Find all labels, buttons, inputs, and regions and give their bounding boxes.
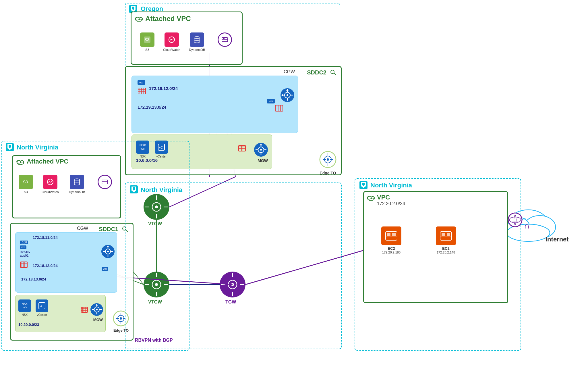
vcenter-icon-sddc1: vC vCenter: [36, 299, 48, 316]
svg-rect-175: [442, 233, 445, 236]
svg-point-136: [107, 251, 109, 252]
svg-rect-63: [138, 88, 146, 94]
sddc1-blue-segment: 172.18.11.0/24 .100 vm Deb10-app01 172.1…: [15, 232, 117, 293]
oregon-vpc-title: Attached VPC: [145, 15, 191, 23]
svg-point-178: [508, 213, 522, 227]
mgw-label-sddc2: MGW: [258, 158, 268, 163]
svg-text:vC: vC: [40, 304, 44, 308]
svg-rect-120: [102, 180, 108, 184]
ec2-icon-1: EC2 172.20.2.185: [381, 226, 401, 254]
rbvpn-label: RBVPN with BGP: [135, 338, 173, 343]
svg-point-60: [331, 70, 334, 74]
nv1-vpc-title: Attached VPC: [27, 158, 68, 165]
nv1-vpc: Attached VPC S3 S3 CloudWatch DynamoDB: [12, 155, 121, 218]
vm-badge-sddc2-2: vm: [267, 99, 275, 103]
nv1-cloud-icon: [16, 158, 24, 166]
firewall-icon-sddc2-1: [138, 87, 146, 96]
deb-label: Deb10-app01: [20, 250, 30, 257]
cloudwatch-icon-nv1: CloudWatch: [42, 175, 59, 194]
nv3-flag-icon: [359, 180, 368, 191]
svg-point-81: [287, 94, 288, 96]
vm-badge-sddc1-2: vm: [102, 267, 108, 271]
subnet-sddc1-green: 10.20.0.0/23: [18, 322, 39, 327]
vpc-right-cloud-icon: [367, 194, 375, 202]
edge-to-sddc2: Edge TO: [318, 150, 338, 175]
cgw-router-sddc1: [100, 244, 115, 260]
subnet-sddc2-2: 172.19.13.0/24: [138, 105, 166, 110]
cgw-router-sddc2: [280, 87, 295, 104]
mgw-router-sddc1: [90, 302, 104, 318]
firewall-mgw-sddc2: [238, 145, 246, 153]
firewall-sddc1-1: [20, 261, 28, 269]
cgw-label-sddc2: CGW: [284, 69, 295, 74]
svg-point-30: [524, 216, 556, 239]
nsx-icon-sddc1: NSX</> NSX: [18, 299, 31, 316]
compute-icon-oregon: [218, 32, 232, 48]
cloudwatch-icon-oregon: CloudWatch: [163, 32, 180, 51]
nv2-region-label: North Virginia: [141, 186, 182, 194]
ec2-icon-2: EC2 172.20.2.148: [436, 226, 456, 254]
vpc-right: VPC 172.20.2.0/24 EC2 172.20.2.185: [363, 191, 508, 303]
internet-connector: [507, 212, 523, 229]
internet-label: Internet: [546, 236, 569, 243]
sddc1-box: SDDC1 CGW 172.18.11.0/24 .100 vm Deb10-a…: [10, 223, 134, 341]
svg-rect-69: [275, 105, 283, 111]
dynamodb-icon-nv1: DynamoDB: [69, 175, 85, 194]
vpc-right-cidr: 172.20.2.0/24: [377, 201, 405, 206]
nv2-flag-icon: [129, 185, 138, 195]
svg-rect-176: [447, 233, 450, 236]
cgw-label-sddc1: CGW: [77, 226, 88, 231]
svg-text:S3: S3: [23, 180, 28, 184]
nv1-region-label: North Virginia: [17, 144, 58, 151]
sddc2-label: SDDC2: [307, 69, 326, 76]
nv3-region-label: North Virginia: [370, 182, 412, 189]
subnet-sddc2-1: 172.19.12.0/24: [149, 86, 178, 91]
svg-rect-57: [222, 38, 228, 42]
s3-icon-oregon: S3 S3: [140, 32, 154, 51]
dot100-badge: .100: [20, 241, 28, 244]
svg-rect-59: [223, 38, 225, 39]
svg-rect-172: [392, 233, 396, 236]
svg-point-106: [327, 158, 329, 161]
tgw-label: TGW: [225, 299, 236, 305]
svg-point-152: [96, 309, 98, 310]
diagram: ∩: [0, 0, 588, 365]
vm-badge-sddc2-1: vm: [138, 80, 145, 85]
svg-text:S3: S3: [144, 37, 149, 42]
vtgw-top-label: VTGW: [148, 221, 162, 226]
svg-rect-124: [20, 262, 27, 268]
sddc1-green-segment: NSX</> NSX vC vCenter 10.20.0.0/23: [15, 295, 106, 332]
vpc-cloud-icon: [135, 15, 143, 23]
svg-point-98: [260, 149, 262, 151]
svg-rect-86: [239, 145, 245, 151]
oregon-vpc: Attached VPC S3 S3 CloudWatch DynamoDB: [131, 11, 243, 65]
svg-line-61: [334, 73, 336, 75]
nv1-flag-icon: [5, 143, 14, 153]
sddc2-blue-segment: vm 172.19.12.0/24 vm 172.19.13.0/24: [131, 76, 298, 133]
svg-rect-171: [387, 233, 390, 236]
sddc2-key-icon: [329, 68, 337, 78]
svg-point-160: [120, 317, 122, 320]
vpc-right-title: VPC: [377, 194, 390, 201]
s3-icon-nv1: S3 S3: [19, 175, 33, 194]
compute-icon-nv1: [98, 175, 112, 190]
vm-badge-sddc1-1: vm: [20, 245, 26, 249]
mgw-label-sddc1: MGW: [93, 318, 103, 322]
edge-to-label-sddc2: Edge TO: [318, 171, 338, 175]
dynamodb-icon-oregon: DynamoDB: [189, 32, 205, 51]
firewall-icon-sddc2-2: [275, 105, 283, 113]
firewall-mgw-sddc1: [81, 307, 88, 314]
subnet-sddc1-3: 172.18.13.0/24: [21, 277, 46, 281]
subnet-sddc1-2: 172.18.12.0/24: [33, 264, 58, 268]
subnet-sddc1-1: 172.18.11.0/24: [33, 235, 58, 240]
svg-text:∩: ∩: [524, 221, 530, 230]
nv2-region: [125, 182, 342, 349]
mgw-router-sddc2: [253, 142, 269, 159]
sddc1-label: SDDC1: [99, 226, 118, 233]
vtgw-bottom-label: VTGW: [148, 299, 162, 305]
